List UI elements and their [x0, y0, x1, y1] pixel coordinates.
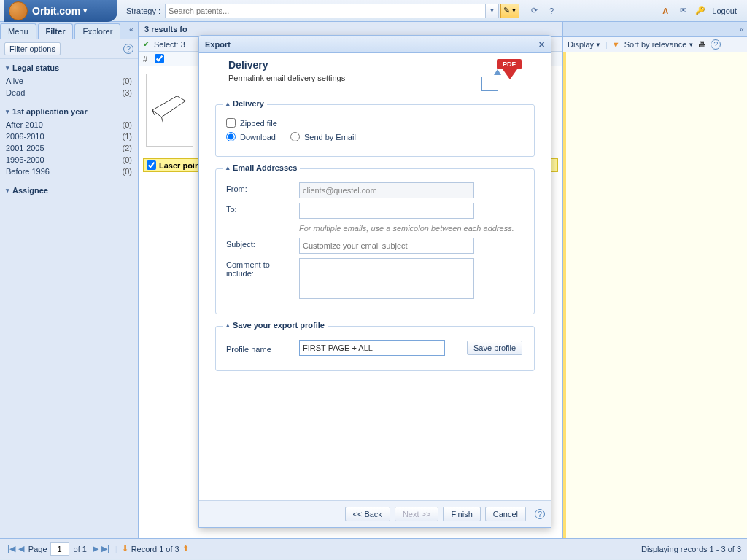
logo[interactable]: Orbit.com ▼ — [4, 0, 117, 22]
font-button[interactable]: A — [659, 5, 671, 17]
preview-help-button[interactable]: ? — [711, 39, 721, 50]
download-radio[interactable] — [226, 132, 236, 141]
font-icon: A — [662, 7, 668, 15]
chevron-left-icon: « — [740, 25, 744, 34]
page-input[interactable] — [50, 542, 69, 556]
sort-menu[interactable]: Sort by relevance ▼ — [624, 40, 694, 49]
filter-row[interactable]: After 2010(0) — [6, 119, 132, 131]
highlighter-icon: ✎ — [503, 6, 510, 15]
filter-row[interactable]: 1996-2000(0) — [6, 154, 132, 166]
arrow-down-icon: ⬇ — [122, 544, 128, 553]
filter-row[interactable]: Before 1996(0) — [6, 166, 132, 177]
collapse-sidebar-button[interactable]: « — [125, 22, 138, 39]
strategy-label: Strategy : — [126, 7, 160, 15]
last-page-button[interactable]: ▶| — [100, 544, 111, 553]
left-sidebar: Menu Filter Explorer « Filter options ? … — [0, 22, 139, 538]
caret-down-icon: ▾ — [6, 64, 9, 71]
send-email-radio[interactable] — [290, 132, 300, 141]
dialog-heading: Delivery — [228, 59, 345, 71]
close-button[interactable]: ✕ — [538, 39, 545, 50]
svg-line-2 — [161, 117, 163, 122]
preview-collapse-bar[interactable]: « — [563, 22, 747, 37]
help-icon: ? — [549, 7, 554, 15]
filter-group-application-year: ▾1st application year After 2010(0) 2006… — [0, 103, 138, 182]
select-all-checkbox[interactable] — [155, 54, 164, 63]
zipped-file-label: Zipped file — [240, 119, 277, 128]
tab-filter[interactable]: Filter — [38, 23, 74, 39]
refresh-icon: ⟳ — [531, 6, 538, 15]
logo-text: Orbit.com — [32, 5, 80, 17]
subject-input[interactable] — [299, 238, 474, 254]
export-dialog: Export ✕ Delivery Permalink email delive… — [198, 35, 551, 528]
dialog-title: Export — [205, 40, 231, 49]
filter-row[interactable]: 2001-2005(2) — [6, 142, 132, 154]
logout-link[interactable]: Logout — [712, 7, 737, 15]
caret-up-icon[interactable]: ▴ — [226, 322, 230, 329]
next-button: Next >> — [395, 507, 439, 521]
result-checkbox[interactable] — [147, 160, 156, 170]
caret-up-icon[interactable]: ▴ — [226, 101, 230, 107]
first-page-button[interactable]: |◀ — [6, 544, 17, 553]
filter-row[interactable]: Dead(3) — [6, 87, 132, 98]
filter-row[interactable]: Alive(0) — [6, 75, 132, 87]
filter-help-button[interactable]: ? — [123, 44, 133, 54]
dialog-help-button[interactable]: ? — [535, 509, 545, 519]
chevron-down-icon: ▼ — [595, 42, 601, 48]
save-profile-button[interactable]: Save profile — [467, 341, 522, 355]
profile-name-input[interactable] — [299, 340, 445, 356]
displaying-label: Displaying records 1 - 3 of 3 — [641, 545, 741, 553]
arrow-up-icon[interactable]: ⬆ — [182, 544, 189, 553]
results-title: 3 results fo — [144, 25, 187, 34]
refresh-button[interactable]: ⟳ — [528, 5, 540, 17]
caret-down-icon: ▾ — [6, 187, 9, 194]
comment-textarea[interactable] — [299, 258, 474, 299]
help-top-button[interactable]: ? — [546, 5, 557, 17]
back-button[interactable]: << Back — [345, 507, 390, 521]
fieldset-legend: Email Addresses — [233, 163, 297, 172]
filter-group-assignee: ▾Assignee — [0, 182, 138, 202]
next-page-button[interactable]: ▶ — [91, 544, 100, 553]
mail-button[interactable]: ✉ — [677, 5, 689, 17]
send-email-label: Send by Email — [304, 133, 356, 141]
patent-drawing-icon — [149, 77, 191, 143]
close-icon: ✕ — [538, 40, 545, 49]
key-icon: 🔑 — [695, 6, 705, 15]
pdf-export-icon: PDF — [481, 59, 522, 91]
sidebar-tabs: Menu Filter Explorer « — [0, 22, 138, 39]
filter-group-legal-status: ▾Legal status Alive(0) Dead(3) — [0, 59, 138, 103]
search-input[interactable] — [165, 4, 486, 18]
tab-menu[interactable]: Menu — [0, 23, 36, 39]
result-thumbnail[interactable] — [146, 74, 193, 147]
help-icon: ? — [713, 40, 718, 49]
filter-group-header[interactable]: ▾1st application year — [6, 107, 132, 116]
help-icon: ? — [538, 510, 542, 518]
select-count-label[interactable]: Select: 3 — [154, 40, 185, 49]
subject-label: Subject: — [226, 238, 299, 249]
filter-options-button[interactable]: Filter options — [4, 42, 61, 55]
cancel-button[interactable]: Cancel — [485, 507, 526, 521]
zipped-file-checkbox[interactable] — [226, 118, 236, 128]
tab-explorer[interactable]: Explorer — [74, 23, 120, 39]
caret-up-icon[interactable]: ▴ — [226, 164, 230, 171]
page-label: Page — [28, 545, 47, 553]
record-label: Record 1 of 3 — [131, 545, 179, 553]
filter-group-header[interactable]: ▾Legal status — [6, 63, 132, 72]
search-tool-button[interactable]: ✎▼ — [500, 4, 519, 18]
display-menu[interactable]: Display ▼ — [568, 40, 601, 49]
prev-page-button[interactable]: ◀ — [17, 544, 26, 553]
key-button[interactable]: 🔑 — [694, 5, 706, 17]
dialog-titlebar[interactable]: Export ✕ — [199, 36, 551, 53]
to-input[interactable] — [299, 203, 474, 219]
chevron-left-icon: « — [129, 25, 133, 34]
chevron-down-icon: ▼ — [511, 7, 517, 14]
preview-panel: « Display ▼ | ▼ Sort by relevance ▼ 🖶 ? — [563, 22, 747, 538]
chevron-down-icon: ▼ — [688, 42, 694, 48]
filter-group-header[interactable]: ▾Assignee — [6, 186, 132, 195]
search-dropdown-button[interactable]: ▼ — [486, 4, 499, 18]
dialog-subheading: Permalink email delivery settings — [228, 74, 345, 82]
preview-toolbar: Display ▼ | ▼ Sort by relevance ▼ 🖶 ? — [563, 37, 747, 52]
finish-button[interactable]: Finish — [443, 507, 480, 521]
print-icon[interactable]: 🖶 — [698, 40, 706, 49]
email-fieldset: ▴Email Addresses From: To: For multiple … — [215, 168, 535, 314]
filter-row[interactable]: 2006-2010(1) — [6, 131, 132, 142]
